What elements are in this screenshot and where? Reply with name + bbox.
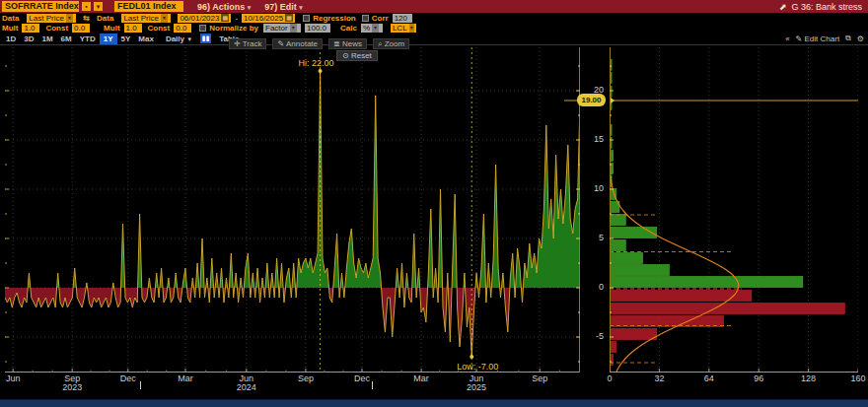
caret-down-icon: ▾ xyxy=(66,14,73,23)
news-label: News xyxy=(342,39,362,48)
edit-chart-button[interactable]: ✎ Edit Chart xyxy=(796,34,840,43)
corr-window-value: 120 xyxy=(395,14,407,23)
caret-down-icon: ▾ xyxy=(372,24,379,33)
calendar-icon[interactable]: ▦ xyxy=(221,14,229,22)
security1-dropdown-button[interactable]: ▾ xyxy=(94,2,103,11)
data2-label: Data xyxy=(97,14,113,23)
annotate-label: Annotate xyxy=(286,39,318,48)
data1-label: Data xyxy=(2,14,19,23)
frequency-value: Daily xyxy=(166,34,184,43)
popout-icon[interactable]: ⧉ xyxy=(845,34,851,43)
const2-input[interactable]: 0.0 xyxy=(174,24,191,33)
link-securities-icon[interactable]: ⇆ xyxy=(83,14,90,23)
security1-input[interactable]: SOFRRATE Index xyxy=(2,1,79,12)
reset-label: Reset xyxy=(351,51,372,60)
bloomberg-spread-chart-window: SOFRRATE Index ▪ ▾ FEDL01 Index 96) Acti… xyxy=(0,0,868,407)
caret-down-icon: ▾ xyxy=(299,4,303,11)
distribution-histogram[interactable] xyxy=(610,47,858,376)
main-spread-chart[interactable]: Hi: 22.00Low: -7.00 xyxy=(5,47,580,376)
tab-5y[interactable]: 5Y xyxy=(117,34,135,44)
corr-label: Corr xyxy=(372,14,389,23)
tab-1m[interactable]: 1M xyxy=(37,34,56,44)
low-point-dot xyxy=(470,355,473,359)
edit-menu-label: 97) Edit xyxy=(264,2,297,12)
chart-type-icon[interactable]: ▮▮ xyxy=(200,34,211,43)
date-range-separator: - xyxy=(235,14,238,23)
histogram-bar xyxy=(611,277,803,288)
track-label: Track xyxy=(243,39,262,48)
normalize-factor-dropdown[interactable]: Factor▾ xyxy=(263,24,301,33)
regression-label: Regression xyxy=(313,14,356,23)
bottom-status-strip xyxy=(0,399,868,407)
mult1-input[interactable]: 1.0 xyxy=(22,24,39,33)
mult-controls-row: Mult 1.0 Const 0.0 Mult 1.0 Const 0.0 No… xyxy=(0,23,868,33)
caret-down-icon: ▾ xyxy=(248,4,252,11)
histogram-bar xyxy=(611,215,626,226)
reset-zoom-button[interactable]: ⊙ Reset xyxy=(336,50,378,61)
chart-id-label: G 36: Bank stress xyxy=(791,2,862,12)
const1-input[interactable]: 0.0 xyxy=(72,24,90,33)
security2-input[interactable]: FEDL01 Index xyxy=(114,1,183,12)
date-to-value: 10/16/2025 xyxy=(244,14,283,23)
year-separator xyxy=(140,381,141,389)
const2-value: 0.0 xyxy=(176,24,186,33)
date-from-value: 06/01/2023 xyxy=(180,14,219,23)
hi-annotation: Hi: 22.00 xyxy=(299,58,334,68)
y-axis-tick-label: 15 xyxy=(582,134,604,144)
currency-dropdown[interactable]: LCL▾ xyxy=(391,24,416,33)
calc-dropdown[interactable]: %▾ xyxy=(361,24,383,33)
chart-region: ✛ Track ✎ Annotate ≣ News ⌕ Zoom ⊙ Reset… xyxy=(0,45,868,397)
annotate-button[interactable]: ✎ Annotate xyxy=(272,38,323,49)
histogram-bar xyxy=(611,329,657,340)
date-from-input[interactable]: 06/01/2023▦ xyxy=(178,14,231,23)
calc-value: % xyxy=(363,24,370,33)
histogram-bar xyxy=(611,291,752,302)
tab-ytd[interactable]: YTD xyxy=(76,34,100,44)
corr-checkbox[interactable] xyxy=(362,15,369,22)
histogram-bar xyxy=(611,253,643,264)
price2-dropdown[interactable]: Last Price▾ xyxy=(121,14,171,23)
normalize-amount-input[interactable]: 100.0 xyxy=(305,24,330,33)
tab-3d[interactable]: 3D xyxy=(20,34,37,44)
y-axis-tick-label: 10 xyxy=(582,183,604,193)
x-axis-year-label: 2023 xyxy=(62,382,82,392)
title-bar: SOFRRATE Index ▪ ▾ FEDL01 Index 96) Acti… xyxy=(0,0,868,13)
chart-float-toolbar: ✛ Track ✎ Annotate ≣ News ⌕ Zoom xyxy=(229,38,409,49)
regression-checkbox[interactable] xyxy=(303,15,310,22)
histogram-bar xyxy=(611,240,626,251)
date-to-input[interactable]: 10/16/2025▦ xyxy=(242,14,295,23)
edit-menu[interactable]: 97) Edit ▾ xyxy=(264,2,303,12)
settings-gear-icon[interactable]: ⚙ xyxy=(857,34,864,43)
low-annotation: Low: -7.00 xyxy=(457,362,498,372)
calendar-icon[interactable]: ▦ xyxy=(285,14,293,22)
export-icon[interactable]: ⬈ xyxy=(779,2,787,12)
negative-area-fill xyxy=(5,71,580,357)
caret-down-icon: ▾ xyxy=(409,24,414,33)
actions-menu-label: 96) Actions xyxy=(197,2,245,12)
period-tab-row: 1D 3D 1M 6M YTD 1Y 5Y Max Daily ▼ ▮▮ Tab… xyxy=(0,33,868,45)
normalize-label: Normalize by xyxy=(209,24,258,33)
zoom-button[interactable]: ⌕ Zoom xyxy=(373,38,409,49)
normalize-checkbox[interactable] xyxy=(199,25,206,32)
tab-max[interactable]: Max xyxy=(134,34,158,44)
last-value-marker xyxy=(611,98,615,103)
price1-dropdown[interactable]: Last Price▾ xyxy=(27,14,76,23)
security1-option-button[interactable]: ▪ xyxy=(82,2,91,11)
x-axis-year-label: 2024 xyxy=(237,382,256,392)
actions-menu[interactable]: 96) Actions ▾ xyxy=(197,2,251,12)
mult2-label: Mult xyxy=(104,24,119,33)
tab-1y[interactable]: 1Y xyxy=(100,34,117,44)
frequency-dropdown[interactable]: Daily ▼ xyxy=(166,34,192,43)
tab-1d[interactable]: 1D xyxy=(2,34,20,44)
x-axis-year-label: 2025 xyxy=(467,382,486,392)
tab-6m[interactable]: 6M xyxy=(57,34,76,44)
histogram-bar xyxy=(611,228,657,238)
corr-window-input[interactable]: 120 xyxy=(393,14,412,23)
const1-label: Const xyxy=(45,24,68,33)
collapse-icon[interactable]: « xyxy=(785,34,789,43)
mult2-input[interactable]: 1.0 xyxy=(124,24,142,33)
track-button[interactable]: ✛ Track xyxy=(229,38,266,49)
caret-down-icon: ▾ xyxy=(290,24,297,33)
const2-label: Const xyxy=(148,24,171,33)
news-button[interactable]: ≣ News xyxy=(328,38,367,49)
